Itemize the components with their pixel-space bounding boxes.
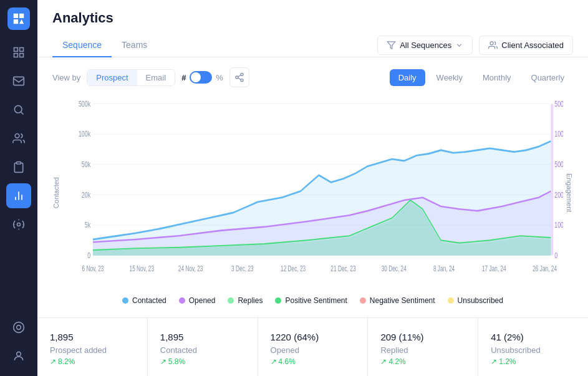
period-quarterly[interactable]: Quarterly xyxy=(523,69,573,86)
stat-contacted: 1,895 Contacted 5.8% xyxy=(148,318,258,376)
svg-text:3 Dec, 23: 3 Dec, 23 xyxy=(231,265,254,273)
hash-label: # xyxy=(181,73,186,82)
sidebar-item-profile[interactable] xyxy=(6,344,31,369)
svg-text:26 Jan, 24: 26 Jan, 24 xyxy=(533,265,557,273)
svg-point-5 xyxy=(14,105,22,113)
legend-positive: Positive Sentiment xyxy=(275,296,347,305)
stat-change-replied: 4.2% xyxy=(380,357,465,366)
svg-text:100k: 100k xyxy=(79,130,90,138)
legend-dot-positive xyxy=(275,297,281,304)
period-weekly[interactable]: Weekly xyxy=(428,69,471,86)
chart-wrapper: Contacted 500k 100k 50k 20k 5k 0 xyxy=(52,95,573,291)
sidebar-item-help[interactable] xyxy=(6,315,31,340)
svg-point-13 xyxy=(490,42,493,45)
stat-label-unsubscribed: Unsubscribed xyxy=(491,345,576,355)
stat-unsubscribed: 41 (2%) Unsubscribed 1.2% xyxy=(478,318,588,376)
hash-percent-toggle[interactable] xyxy=(190,71,212,84)
svg-point-14 xyxy=(241,73,243,75)
svg-text:17 Jan, 24: 17 Jan, 24 xyxy=(482,265,506,273)
sidebar-item-mail[interactable] xyxy=(6,69,31,94)
chart-legend: Contacted Opened Replies Positive Sentim… xyxy=(52,291,573,307)
svg-rect-4 xyxy=(14,77,24,85)
stat-change-contacted: 5.8% xyxy=(160,357,245,366)
svg-line-17 xyxy=(238,78,241,80)
svg-marker-12 xyxy=(387,42,395,49)
svg-point-8 xyxy=(17,223,21,226)
legend-label-contacted: Contacted xyxy=(132,296,166,305)
tabs: Sequence Teams xyxy=(52,34,157,57)
period-daily[interactable]: Daily xyxy=(390,69,425,86)
page-title: Analytics xyxy=(52,10,573,26)
legend-label-positive: Positive Sentiment xyxy=(285,296,347,305)
svg-text:15 Nov, 23: 15 Nov, 23 xyxy=(130,265,155,273)
svg-rect-1 xyxy=(20,48,24,52)
stat-label-prospect: Prospect added xyxy=(50,345,135,355)
svg-point-9 xyxy=(14,322,24,333)
svg-text:0: 0 xyxy=(87,251,90,259)
legend-dot-opened xyxy=(179,297,185,304)
svg-point-15 xyxy=(236,76,238,79)
svg-text:5000: 5000 xyxy=(554,99,563,108)
legend-label-opened: Opened xyxy=(189,296,216,305)
percent-label: % xyxy=(216,73,223,82)
legend-negative: Negative Sentiment xyxy=(360,296,435,305)
svg-text:1000: 1000 xyxy=(554,130,563,138)
svg-text:5k: 5k xyxy=(85,221,91,229)
client-associated-btn[interactable]: Client Associated xyxy=(479,36,573,55)
sequence-selector[interactable]: All Sequences xyxy=(377,36,473,55)
header-row: Sequence Teams All Sequences Client Asso… xyxy=(52,34,573,57)
svg-point-6 xyxy=(15,134,19,138)
legend-label-negative: Negative Sentiment xyxy=(370,296,435,305)
sidebar-item-dashboard[interactable] xyxy=(6,40,31,65)
y-axis-left-label: Contacted xyxy=(52,177,60,208)
app-logo xyxy=(7,7,30,30)
share-btn[interactable] xyxy=(229,67,249,87)
sidebar xyxy=(0,0,37,376)
tab-teams[interactable]: Teams xyxy=(112,34,157,57)
chart-svg: 500k 100k 50k 20k 5k 0 5000 1000 500 200… xyxy=(62,95,563,291)
period-buttons: Daily Weekly Monthly Quarterly xyxy=(390,69,573,86)
legend-unsubscribed: Unsubscribed xyxy=(448,296,503,305)
sequence-selector-label: All Sequences xyxy=(400,41,451,50)
svg-rect-7 xyxy=(17,162,21,164)
svg-text:500: 500 xyxy=(554,160,563,168)
stat-prospect-added: 1,895 Prospect added 8.2% xyxy=(37,318,148,376)
sidebar-item-search[interactable] xyxy=(6,97,31,122)
main-content: Analytics Sequence Teams All Sequences C… xyxy=(37,0,588,376)
sidebar-item-analytics[interactable] xyxy=(6,183,31,208)
svg-rect-2 xyxy=(14,54,18,57)
svg-text:20k: 20k xyxy=(82,190,91,199)
legend-dot-negative xyxy=(360,297,366,304)
client-associated-label: Client Associated xyxy=(501,41,564,50)
sidebar-item-settings[interactable] xyxy=(6,212,31,237)
chart-controls: View by Prospect Email # % Daily Weekly … xyxy=(52,67,573,87)
stat-label-contacted: Contacted xyxy=(160,345,245,355)
stat-value-contacted: 1,895 xyxy=(160,328,245,344)
svg-rect-37 xyxy=(551,104,553,255)
view-toggle: Prospect Email xyxy=(87,69,175,86)
view-prospect-btn[interactable]: Prospect xyxy=(87,70,137,85)
legend-dot-contacted xyxy=(122,297,128,304)
hash-toggle: # % xyxy=(181,71,223,84)
svg-text:12 Dec, 23: 12 Dec, 23 xyxy=(281,265,306,273)
sidebar-item-clipboard[interactable] xyxy=(6,155,31,180)
stat-label-replied: Replied xyxy=(380,345,465,355)
period-monthly[interactable]: Monthly xyxy=(474,69,520,86)
legend-label-replies: Replies xyxy=(238,296,263,305)
svg-line-18 xyxy=(238,75,241,77)
stat-opened: 1220 (64%) Opened 4.6% xyxy=(258,318,369,376)
sidebar-bottom xyxy=(6,315,31,369)
svg-point-11 xyxy=(17,352,21,356)
svg-text:0: 0 xyxy=(554,251,557,259)
stat-replied: 209 (11%) Replied 4.2% xyxy=(368,318,478,376)
y-axis-right-label: Engagement xyxy=(566,173,573,212)
tab-sequence[interactable]: Sequence xyxy=(52,34,112,57)
header-controls: All Sequences Client Associated xyxy=(377,36,573,55)
stat-value-opened: 1220 (64%) xyxy=(271,328,355,344)
stat-change-opened: 4.6% xyxy=(271,357,355,366)
view-email-btn[interactable]: Email xyxy=(137,70,175,85)
sidebar-item-users[interactable] xyxy=(6,126,31,151)
svg-rect-3 xyxy=(20,54,24,57)
stat-value-unsubscribed: 41 (2%) xyxy=(491,328,576,344)
legend-replies: Replies xyxy=(228,296,263,305)
